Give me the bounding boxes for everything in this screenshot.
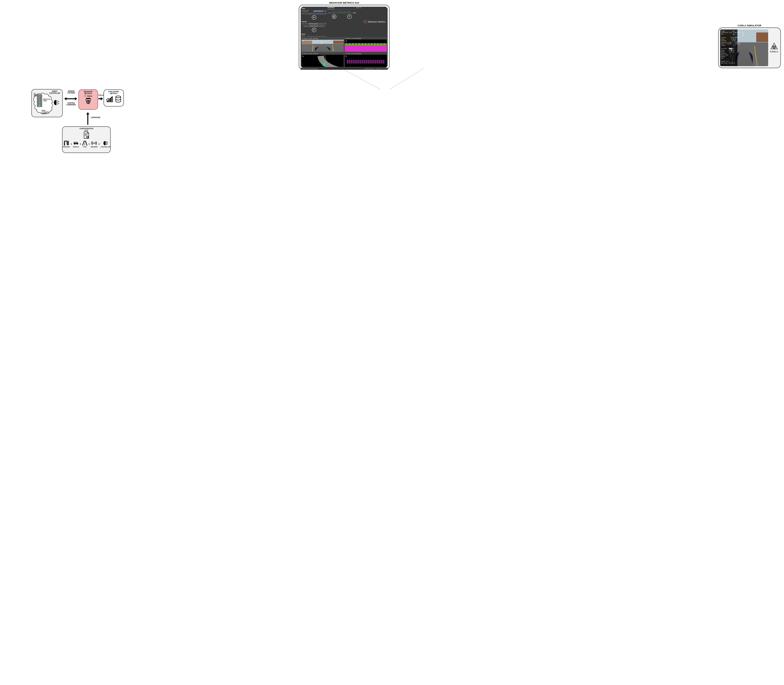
svg-rect-37: [88, 102, 89, 104]
svg-line-57: [86, 138, 87, 138]
hud-sync-l: Sync mode running: [721, 62, 733, 63]
hud-gnss-l: GNSS: [721, 43, 724, 44]
status-right: 11/09/2023 17:11:38: [375, 68, 387, 70]
select-topics-button[interactable]: Select Topics: [303, 25, 325, 27]
task-item: TASK: [82, 140, 88, 148]
dataset-save-input[interactable]: /tmp/my_bag.bag: [308, 23, 324, 24]
select-world-dropdown[interactable]: [335, 9, 356, 10]
frame-1-gear-icon[interactable]: ⚙: [302, 40, 304, 42]
carla-logo-icon: [771, 43, 777, 50]
svg-point-44: [109, 99, 110, 99]
sensor-listener-label: SENSOR LISTENER: [65, 90, 78, 94]
dataset-play-button[interactable]: [312, 28, 316, 32]
svg-point-65: [77, 144, 78, 144]
gui-views-grid: id: frame_1 | Data: rgbimage ⚙ id: frame…: [301, 37, 388, 68]
deep-learning-label: DEEP LEARNING MODEL: [42, 110, 52, 115]
controller-item: CONTROLLER: [101, 140, 111, 148]
ground-truth-browse-button[interactable]: …: [325, 10, 327, 12]
road-icon: [82, 141, 88, 146]
configure-label: CONFIGURE: [91, 117, 100, 118]
stats-group: Stats Ground truth checkpoints: igs/lap-…: [302, 8, 327, 19]
ground-truth-label: Ground truth checkpoints:: [302, 10, 313, 12]
simulation-pause-button[interactable]: [332, 15, 336, 19]
github-icon[interactable]: ⦿: [356, 7, 358, 9]
save-path-row: Save path: ./ …: [302, 13, 327, 15]
frame-0-gear-icon[interactable]: ⚙: [302, 55, 304, 57]
frame-3-gear-icon[interactable]: ⚙: [345, 55, 347, 57]
hud-throttle-l: Throttle: [721, 48, 727, 49]
configure-arrow: [86, 112, 90, 125]
hud-heading-l: Heading: [721, 40, 726, 41]
frame-3-header: id: frame_3 | Data: rgbimage: [345, 53, 387, 55]
svg-point-12: [34, 95, 35, 96]
bar-chart-icon: [106, 96, 114, 103]
status-left: Select the topic for each view: [302, 68, 318, 70]
sensor-icon: [91, 141, 97, 146]
carla-viewport[interactable]: Frame 462 Simulation time 0:00:39.50 FPS…: [720, 29, 768, 66]
bird-eye-label: BIRD-EYE- VIEW: [43, 99, 52, 102]
task-label: TASK: [83, 146, 87, 148]
dataset-browse-button[interactable]: …: [324, 23, 327, 24]
svg-point-63: [74, 144, 75, 144]
svg-point-15: [36, 96, 36, 96]
view-frame-0[interactable]: id: frame_0 | Data: rgbimage ⚙: [301, 52, 344, 67]
frame-0-header: id: frame_0 | Data: rgbimage: [301, 53, 344, 55]
world-load-button[interactable]: Load: [353, 12, 356, 13]
scenario-icon: [63, 141, 69, 146]
simulation-reload-button[interactable]: [347, 15, 351, 19]
brain-title: Brain: [302, 33, 327, 35]
hud-vehicle-l: Vehicle: [721, 37, 726, 38]
view-frame-1[interactable]: id: frame_1 | Data: rgbimage ⚙: [301, 37, 344, 52]
hud-speed-v: 31 km/h: [731, 39, 736, 40]
save-path-input[interactable]: ./: [308, 13, 324, 15]
brain-chip-icon: [53, 99, 60, 106]
hud-simtime-v: 0:00:39.50: [733, 32, 740, 33]
svg-rect-60: [75, 142, 76, 143]
current-world-row: Current world: town_02_anticlockwise.lau…: [327, 12, 356, 13]
steering-wheel-icon: [85, 97, 92, 104]
neural-network-icon: [33, 93, 39, 98]
svg-point-14: [36, 94, 36, 95]
hud-frame-l: Frame: [721, 31, 725, 32]
ground-truth-row: Ground truth checkpoints: igs/lap-simple…: [302, 10, 327, 12]
hud-manual-v: □: [730, 56, 731, 57]
view-frame-3[interactable]: id: frame_3 | Data: rgbimage ⚙: [345, 52, 387, 67]
svg-marker-0: [771, 43, 777, 49]
svg-point-33: [59, 103, 59, 104]
ground-truth-value[interactable]: igs/lap-simple-circuit.bag: [313, 10, 324, 12]
stats-play-button[interactable]: [312, 15, 316, 19]
select-world-label: Select world:: [327, 9, 335, 10]
view-frame-2[interactable]: id: frame_2 | Data: rgbimage ⚙: [345, 37, 387, 52]
plus-icon: +: [88, 143, 90, 146]
gui-window: Stats Ground truth checkpoints: igs/lap-…: [301, 7, 388, 68]
vehicle-item: VEHICLE: [73, 140, 79, 148]
svg-line-56: [88, 138, 88, 138]
svg-line-58: [88, 136, 88, 136]
robot-controller-block: ROBOT CONTROLLER BIRD-EYE- VIEW DEEP LEA…: [31, 89, 63, 117]
dataset-save-label: Save path:: [302, 23, 307, 24]
save-path-browse-button[interactable]: …: [324, 13, 327, 15]
collect-arrow: [98, 97, 103, 101]
simulation-title: Simulation: [327, 7, 356, 8]
hud-reverse-l: Reverse: [721, 53, 726, 54]
database-icon: [115, 96, 122, 103]
cloud-group: BIRD-EYE- VIEW DEEP LEARNING MODEL: [33, 93, 53, 113]
svg-rect-39: [108, 99, 109, 102]
eval-block-title: EVALUATION METRICS: [109, 91, 119, 94]
current-world-label: Current world:: [327, 12, 335, 13]
hud-frame-v: 462: [732, 31, 735, 32]
sensors-label: SENSORS: [91, 146, 98, 148]
youtube-icon[interactable]: ▶: [359, 7, 359, 9]
twitter-icon[interactable]: ✦: [360, 7, 361, 9]
dataset-save-row: Save path: /tmp/my_bag.bag …: [302, 23, 327, 24]
svg-line-55: [86, 136, 87, 136]
hud-mctrl-v: □: [732, 61, 733, 62]
select-brain-label: Select brain:: [302, 35, 306, 37]
svg-point-45: [111, 97, 112, 98]
dataset-title: Dataset: [302, 21, 327, 23]
frame-3-image: [345, 55, 387, 67]
plus-icon: +: [98, 143, 100, 146]
frame-2-gear-icon[interactable]: ⚙: [345, 40, 347, 42]
carla-brand-text: CARLA: [770, 50, 778, 53]
select-brain-row: Select brain: brain_carla_bird_eye_deep_…: [302, 35, 327, 37]
